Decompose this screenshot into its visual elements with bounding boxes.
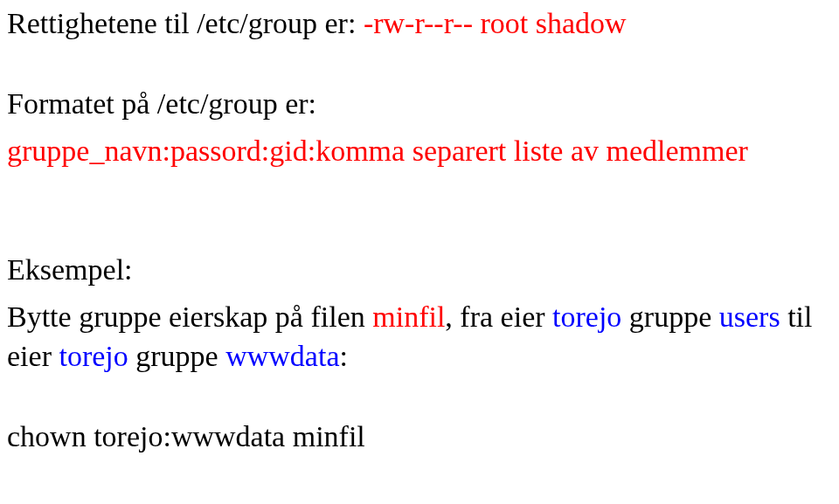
group-from: users xyxy=(719,300,780,333)
permissions-line: Rettighetene til /etc/group er: -rw-r--r… xyxy=(7,3,832,44)
permissions-label: Rettighetene til /etc/group er: xyxy=(7,7,364,39)
text-fragment: Bytte gruppe eierskap på filen xyxy=(7,300,372,333)
group-to: wwwdata xyxy=(225,340,339,372)
example-label: Eksempel: xyxy=(7,250,832,290)
spacer xyxy=(7,178,832,250)
spacer xyxy=(7,383,832,417)
command-line: chown torejo:wwwdata minfil xyxy=(7,417,832,457)
text-fragment: : xyxy=(339,340,347,372)
spacer xyxy=(7,51,832,84)
text-fragment: , fra eier xyxy=(445,300,552,333)
example-description: Bytte gruppe eierskap på filen minfil, f… xyxy=(7,297,832,377)
text-fragment: gruppe xyxy=(621,300,718,333)
format-value: gruppe_navn:passord:gid:komma separert l… xyxy=(7,131,832,171)
format-label: Formatet på /etc/group er: xyxy=(7,84,832,124)
filename: minfil xyxy=(372,300,445,333)
owner-to: torejo xyxy=(59,340,128,372)
owner-from: torejo xyxy=(552,300,621,333)
permissions-value: -rw-r--r-- root shadow xyxy=(364,7,627,39)
text-fragment: gruppe xyxy=(128,340,225,372)
